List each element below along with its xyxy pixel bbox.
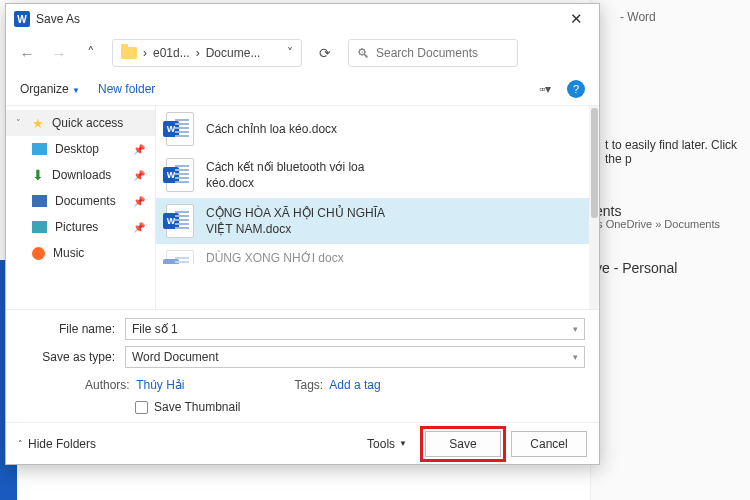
close-icon[interactable]: ✕ [561,10,591,28]
save-thumbnail-checkbox[interactable] [135,401,148,414]
folder-icon [121,47,137,59]
chevron-down-icon[interactable]: ▾ [573,352,578,362]
save-thumbnail-label: Save Thumbnail [154,400,241,414]
pictures-icon [32,221,47,233]
word-close-nav[interactable]: Close [40,477,73,492]
file-name: CỘNG HÒA XÃ HỘI CHỦ NGHĨA VIỆT NAM.docx [206,205,406,237]
chevron-down-icon: ▼ [72,86,80,95]
cancel-button[interactable]: Cancel [511,431,587,457]
search-icon: 🔍︎ [357,46,370,61]
chevron-up-icon: ˄ [18,439,23,449]
dialog-title: Save As [36,12,561,26]
breadcrumb-seg-1[interactable]: e01d... [153,46,190,60]
authors-value[interactable]: Thúy Hải [136,378,184,392]
savetype-select[interactable]: Word Document ▾ [125,346,585,368]
file-item[interactable]: Cách kết nối bluetooth với loa kéo.docx [156,152,589,198]
documents-icon [32,195,47,207]
sidebar: ˅ ★ Quick access Desktop 📌 ⬇ Downloads 📌… [6,106,156,309]
scrollbar-thumb[interactable] [591,108,598,218]
chevron-down-icon[interactable]: ˅ [287,46,293,60]
file-name: Cách chỉnh loa kéo.docx [206,121,337,137]
word-doc-icon [166,250,194,264]
file-list-pane: Cách chỉnh loa kéo.docx Cách kết nối blu… [156,106,599,309]
search-input[interactable] [376,46,509,60]
forward-icon[interactable]: → [48,45,70,62]
download-icon: ⬇ [32,170,44,180]
sidebar-item-pictures[interactable]: Pictures 📌 [6,214,155,240]
sidebar-item-desktop[interactable]: Desktop 📌 [6,136,155,162]
word-doc-icon [166,112,194,146]
chevron-down-icon[interactable]: ▾ [573,324,578,334]
back-icon[interactable]: ← [16,45,38,62]
dialog-toolbar: Organize ▼ New folder ▫▫ ▾ ? [6,72,599,106]
sidebar-item-documents[interactable]: Documents 📌 [6,188,155,214]
tags-label: Tags: [295,378,324,392]
file-item-selected[interactable]: CỘNG HÒA XÃ HỘI CHỦ NGHĨA VIỆT NAM.docx [156,198,589,244]
file-item[interactable]: DÙNG XONG NHỚI docx [156,244,589,264]
breadcrumb[interactable]: › e01d... › Docume... ˅ [112,39,302,67]
sidebar-item-label: Pictures [55,220,98,234]
word-hint-text: t to easily find later. Click the p [605,138,750,166]
chevron-down-icon: ▼ [399,439,407,448]
dialog-titlebar: W Save As ✕ [6,4,599,34]
help-icon[interactable]: ? [567,80,585,98]
sidebar-item-downloads[interactable]: ⬇ Downloads 📌 [6,162,155,188]
sidebar-item-label: Documents [55,194,116,208]
filename-value: File số 1 [132,322,178,336]
dialog-footer: ˄Hide Folders Tools ▼ Save Cancel [6,422,599,464]
filename-input[interactable]: File số 1 ▾ [125,318,585,340]
view-options-icon[interactable]: ▫▫ ▾ [539,82,549,96]
filename-label: File name: [20,322,125,336]
hide-folders-toggle[interactable]: ˄Hide Folders [18,437,96,451]
file-item[interactable]: Cách chỉnh loa kéo.docx [156,106,589,152]
refresh-icon[interactable]: ⟳ [312,45,338,61]
sidebar-item-label: Music [53,246,84,260]
word-onedrive-path: 's OneDrive » Documents [595,218,720,230]
sidebar-item-label: Downloads [52,168,111,182]
pin-icon: 📌 [133,144,145,155]
sidebar-item-music[interactable]: Music [6,240,155,266]
dialog-fields: File name: File số 1 ▾ Save as type: Wor… [6,309,599,422]
word-app-icon: W [14,11,30,27]
word-doc-icon [166,204,194,238]
search-box[interactable]: 🔍︎ [348,39,518,67]
save-button[interactable]: Save [425,431,501,457]
sidebar-item-label: Desktop [55,142,99,156]
breadcrumb-seg-2[interactable]: Docume... [206,46,261,60]
tools-menu[interactable]: Tools ▼ [367,437,407,451]
authors-label: Authors: [85,378,130,392]
pin-icon: 📌 [133,170,145,181]
word-app-title: - Word [620,10,656,24]
dialog-navbar: ← → ˄ › e01d... › Docume... ˅ ⟳ 🔍︎ [6,34,599,72]
chevron-right-icon: › [143,46,147,60]
scrollbar[interactable] [589,106,599,309]
savetype-label: Save as type: [20,350,125,364]
file-name: Cách kết nối bluetooth với loa kéo.docx [206,159,406,191]
music-icon [32,247,45,260]
chevron-right-icon: › [196,46,200,60]
word-background [590,0,750,500]
sidebar-item-quick-access[interactable]: ˅ ★ Quick access [6,110,155,136]
savetype-value: Word Document [132,350,218,364]
sidebar-item-label: Quick access [52,116,123,130]
pin-icon: 📌 [133,196,145,207]
pin-icon: 📌 [133,222,145,233]
word-doc-icon [166,158,194,192]
save-as-dialog: W Save As ✕ ← → ˄ › e01d... › Docume... … [5,3,600,465]
chevron-down-icon: ˅ [16,118,24,128]
file-name: DÙNG XONG NHỚI docx [206,250,344,264]
tags-value[interactable]: Add a tag [329,378,380,392]
desktop-icon [32,143,47,155]
new-folder-button[interactable]: New folder [98,82,155,96]
word-onedrive-personal: ve - Personal [595,260,677,276]
star-icon: ★ [32,116,44,131]
up-icon[interactable]: ˄ [80,44,102,62]
organize-menu[interactable]: Organize ▼ [20,82,80,96]
